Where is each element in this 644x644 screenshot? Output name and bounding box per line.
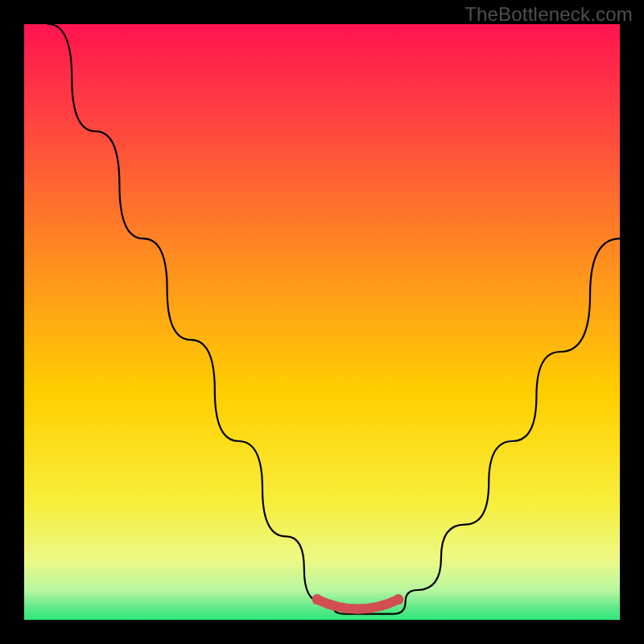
watermark-text: TheBottleneck.com <box>464 3 633 26</box>
plot-area <box>24 24 620 620</box>
trough-endpoint <box>393 594 403 605</box>
chart-frame: TheBottleneck.com <box>0 0 644 644</box>
trough-endpoint <box>312 594 323 605</box>
gradient-background <box>24 24 620 620</box>
